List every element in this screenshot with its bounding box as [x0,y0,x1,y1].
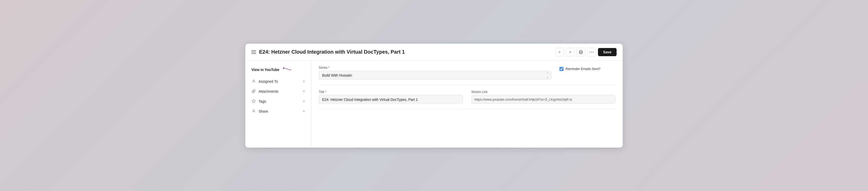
svg-point-3 [593,52,594,52]
svg-point-1 [590,52,591,52]
print-button[interactable] [577,48,585,56]
share-label: Share [258,109,268,113]
series-select-wrapper: Build With Hussain ⌃⌄ [319,71,551,80]
form-row-2: Title * Stream Link [319,90,616,104]
main-content: Series * Build With Hussain ⌃⌄ Reminder [312,61,623,147]
next-button[interactable]: > [566,48,575,56]
save-button[interactable]: Save [598,48,617,56]
prev-button[interactable]: < [555,48,564,56]
arrow-icon [282,66,292,73]
assigned-to-add-icon[interactable]: + [303,79,305,84]
attachments-icon [251,89,256,94]
more-icon [590,52,594,53]
sidebar-item-left: Assigned To [251,79,278,84]
series-required-star: * [328,66,330,70]
header-actions: < > Save [555,48,617,56]
more-button[interactable] [587,48,596,56]
main-card: E24: Hetzner Cloud Integration with Virt… [245,44,623,147]
sidebar-item-attachments[interactable]: Attachments + [245,87,311,97]
tags-label: Tags [258,99,266,103]
view-youtube-link[interactable]: View in YouTube [251,68,279,72]
share-add-icon[interactable]: + [303,109,305,114]
title-required-star: * [325,90,327,94]
sidebar-item-left: Attachments [251,89,278,94]
stream-link-input[interactable] [471,95,616,104]
menu-icon[interactable] [251,50,256,54]
assigned-to-icon [251,79,256,84]
svg-point-2 [591,52,592,52]
page-title: E24: Hetzner Cloud Integration with Virt… [259,49,405,55]
reminder-label[interactable]: Reminder Emails Sent? [565,67,600,71]
sidebar-item-assigned-to[interactable]: Assigned To + [245,77,311,87]
attachments-label: Attachments [258,89,278,93]
series-select[interactable]: Build With Hussain [319,71,551,80]
stream-link-label: Stream Link [471,90,616,94]
reminder-field: Reminder Emails Sent? [559,66,616,71]
series-label: Series * [319,66,551,70]
share-icon [251,109,256,114]
title-input[interactable] [319,95,463,104]
header-left: E24: Hetzner Cloud Integration with Virt… [251,49,405,55]
series-field: Series * Build With Hussain ⌃⌄ [319,66,551,80]
print-icon [579,50,583,54]
form-section-2: Title * Stream Link [319,90,616,109]
tags-add-icon[interactable]: + [303,99,305,104]
body: View in YouTube Assigned To [245,61,623,147]
header: E24: Hetzner Cloud Integration with Virt… [245,44,623,61]
sidebar-item-tags[interactable]: Tags + [245,97,311,107]
stream-link-field: Stream Link [471,90,616,104]
svg-marker-5 [252,99,255,103]
tags-icon [251,99,256,104]
title-field: Title * [319,90,463,104]
view-youtube-section: View in YouTube [245,65,311,77]
sidebar-item-left: Share [251,109,268,114]
sidebar-item-left: Tags [251,99,266,104]
svg-rect-0 [580,52,582,54]
attachments-add-icon[interactable]: + [303,89,305,94]
sidebar-item-share[interactable]: Share + [245,107,311,116]
svg-point-6 [253,110,254,111]
assigned-to-label: Assigned To [258,79,278,83]
reminder-checkbox[interactable] [559,67,563,71]
form-row-1: Series * Build With Hussain ⌃⌄ Reminder [319,66,616,80]
form-section-1: Series * Build With Hussain ⌃⌄ Reminder [319,66,616,85]
svg-point-4 [253,80,254,81]
title-label: Title * [319,90,463,94]
sidebar: View in YouTube Assigned To [245,61,312,147]
